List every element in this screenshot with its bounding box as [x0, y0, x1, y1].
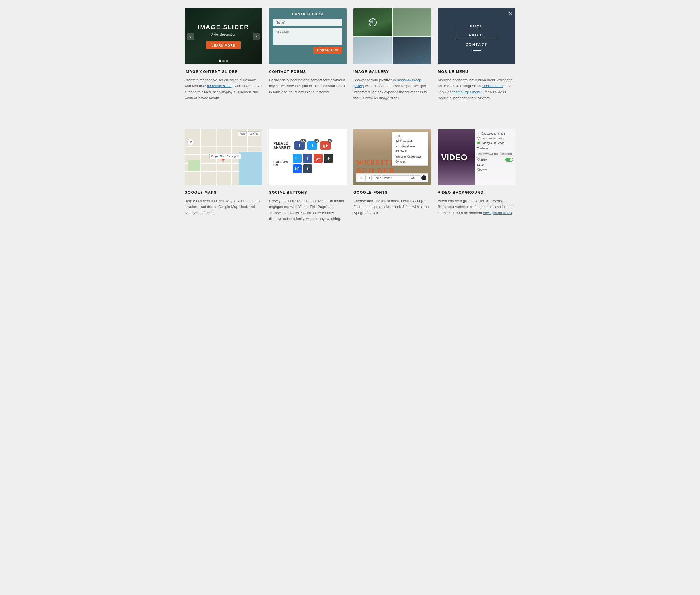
overlay-row: Overlay: [477, 158, 513, 162]
contact-name-input[interactable]: [273, 19, 342, 26]
toolbar-font-size[interactable]: 46: [410, 175, 420, 180]
map-satellite-button[interactable]: Satellite: [248, 132, 260, 136]
map-controls: Map Satellite: [238, 132, 260, 136]
menu-item-home[interactable]: HOME: [438, 21, 515, 31]
gallery-preview: 🔍: [353, 8, 431, 64]
toolbar-color-swatch[interactable]: [421, 175, 426, 180]
bg-image-radio[interactable]: [477, 132, 480, 135]
slider-dot-1[interactable]: [219, 60, 221, 62]
youtube-url-input[interactable]: [477, 152, 513, 156]
mobile-preview: ✕ HOME ABOUT CONTACT: [438, 8, 515, 64]
card-title: VIDEO BACKGROUND: [438, 190, 515, 195]
slider-prev-button[interactable]: ‹: [187, 33, 194, 40]
video-settings-panel: Background Image Background Color Backgr…: [475, 129, 515, 185]
overlay-label: Overlay: [477, 158, 487, 161]
font-option-indie[interactable]: Indie Flower: [394, 144, 426, 148]
fonts-toolbar: ☰ ⊞ Indie Flower 46: [356, 173, 428, 182]
googleplus-share-button[interactable]: g+ 47: [320, 141, 331, 150]
font-option-oxygen[interactable]: Oxygen: [394, 159, 426, 164]
facebook-share-button[interactable]: f 102: [294, 141, 304, 150]
font-option-bitter[interactable]: Bitter: [394, 134, 426, 138]
card-image-slider: ‹ IMAGE SLIDER Slider description LEARN …: [185, 8, 262, 101]
toolbar-font-name[interactable]: Indie Flower: [373, 175, 409, 180]
follow-text: FOLLOW US: [273, 160, 291, 167]
card-title: CONTACT FORMS: [269, 69, 347, 74]
twitter-count: 19: [314, 139, 319, 143]
card-title: SOCIAL BUTTONS: [269, 190, 347, 195]
map-tooltip-text: Empire State Building: [212, 155, 236, 158]
card-desc: Choose from the list of most popular Goo…: [353, 198, 431, 216]
map-tooltip-close-icon[interactable]: ✕: [237, 155, 239, 158]
contact-submit-button[interactable]: CONTACT US: [313, 47, 342, 54]
card-title: MOBILE MENU: [438, 69, 515, 74]
card-video-background: VIDEO Background Image Background Color …: [438, 129, 515, 222]
googleplus-icon: g+: [323, 143, 328, 148]
menu-item-contact[interactable]: CONTACT: [438, 40, 515, 49]
menu-item-about[interactable]: ABOUT: [457, 31, 496, 40]
overlay-toggle[interactable]: [505, 158, 513, 162]
googleplus-follow-icon: g+: [316, 156, 320, 161]
facebook-count: 102: [300, 139, 306, 143]
feature-grid-row2: Map Satellite ⊕ 📍 Empire State Building …: [185, 129, 515, 222]
map-tooltip: Empire State Building ✕: [210, 153, 241, 159]
tumblr-follow-icon: t: [307, 167, 308, 171]
card-desc: Create a responsive, touch-swipe slidesh…: [185, 77, 262, 101]
slider-preview-title: IMAGE SLIDER: [198, 24, 249, 31]
card-title: GOOGLE MAPS: [185, 190, 262, 195]
bootstrap-slider-link[interactable]: bootstrap slider: [207, 84, 232, 88]
card-desc: Showcase your pictures in masonry image …: [353, 77, 431, 101]
card-desc: Help customers find their way to your co…: [185, 198, 262, 216]
github-follow-icon: ⊛: [327, 156, 330, 161]
follow-buttons: 🐦 f g+ ⊛ bē t: [293, 154, 342, 173]
opacity-label: Opacity: [477, 168, 487, 171]
facebook-icon: f: [299, 143, 300, 148]
color-row: Color: [477, 163, 513, 167]
bg-video-radio[interactable]: [477, 142, 480, 144]
font-option-ptserif[interactable]: PT Serif: [394, 149, 426, 153]
slider-preview-desc: Slider description: [210, 32, 236, 36]
slider-dots: [219, 60, 228, 62]
toolbar-grid-icon[interactable]: ⊞: [366, 175, 372, 181]
card-desc: Grow your audience and improve social me…: [269, 198, 347, 222]
font-option-yanone[interactable]: Yanone Kaffeesatz: [394, 154, 426, 159]
hamburger-menu-link[interactable]: "hamburger menu": [452, 90, 482, 94]
font-dropdown: Bitter Titillium Web Indie Flower PT Ser…: [392, 132, 428, 166]
bg-video-label: Background Video: [482, 142, 505, 145]
map-compass-icon[interactable]: ⊕: [187, 139, 194, 145]
contact-message-input[interactable]: [273, 28, 342, 45]
card-contact-forms: CONTACT FORM CONTACT US CONTACT FORMS Ea…: [269, 8, 347, 101]
slider-learn-more-button[interactable]: LEARN MORE: [206, 41, 241, 49]
gallery-cell-3: [353, 37, 392, 64]
map-background: Map Satellite ⊕ 📍 Empire State Building …: [185, 129, 262, 185]
toolbar-align-icon[interactable]: ☰: [358, 175, 364, 181]
slider-dot-2[interactable]: [222, 60, 225, 62]
bg-color-radio[interactable]: [477, 137, 480, 140]
map-map-button[interactable]: Map: [238, 132, 246, 136]
twitter-share-button[interactable]: t 19: [307, 141, 318, 150]
slider-dot-3[interactable]: [226, 60, 228, 62]
mobile-menu-link[interactable]: mobile menu: [482, 84, 503, 88]
twitter-icon: t: [312, 143, 313, 148]
share-row: PLEASESHARE IT! f 102 t 19 g+ 47: [273, 141, 342, 150]
twitter-follow-button[interactable]: 🐦: [293, 154, 302, 163]
map-road: [185, 146, 262, 147]
behance-follow-icon: bē: [295, 167, 299, 171]
card-desc: Video can be a great addition to a websi…: [438, 198, 515, 216]
card-title: IMAGE GALLERY: [353, 69, 431, 74]
contact-header: CONTACT FORM: [273, 12, 342, 16]
behance-follow-button[interactable]: bē: [293, 164, 302, 173]
facebook-follow-button[interactable]: f: [303, 154, 312, 163]
tumblr-follow-button[interactable]: t: [303, 164, 312, 173]
slider-next-button[interactable]: ›: [253, 33, 260, 40]
opacity-row: Opacity: [477, 168, 513, 171]
github-follow-button[interactable]: ⊛: [324, 154, 333, 163]
close-icon[interactable]: ✕: [508, 11, 512, 16]
googleplus-follow-button[interactable]: g+: [314, 154, 323, 163]
font-option-titillium[interactable]: Titillium Web: [394, 139, 426, 143]
fonts-preview: Bitter Titillium Web Indie Flower PT Ser…: [353, 129, 431, 185]
gallery-search-icon: 🔍: [369, 19, 377, 26]
card-mobile-menu: ✕ HOME ABOUT CONTACT MOBILE MENU Mobiris…: [438, 8, 515, 101]
card-google-maps: Map Satellite ⊕ 📍 Empire State Building …: [185, 129, 262, 222]
bg-video-link[interactable]: background video: [483, 211, 512, 215]
feature-grid-row1: ‹ IMAGE SLIDER Slider description LEARN …: [185, 8, 515, 101]
